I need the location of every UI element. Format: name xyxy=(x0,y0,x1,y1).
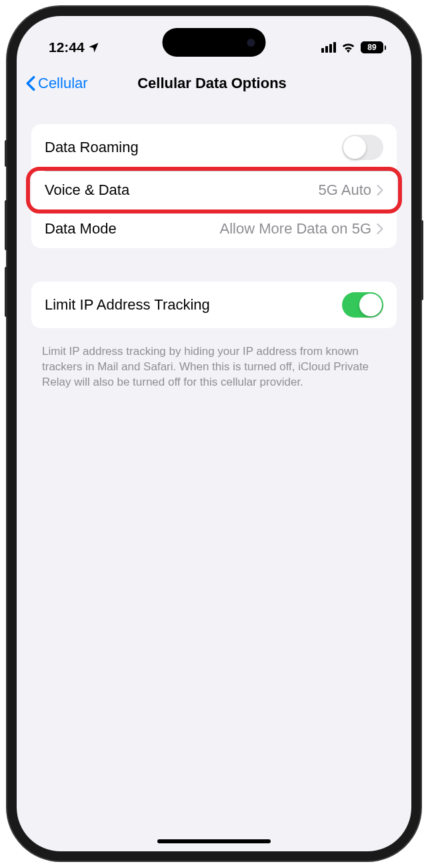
camera-dot xyxy=(247,39,255,47)
screen: 12:44 89 xyxy=(17,16,411,851)
silent-switch xyxy=(5,140,7,167)
settings-group-2: Limit IP Address Tracking xyxy=(31,282,397,328)
status-right: 89 xyxy=(321,41,386,53)
voice-data-value: 5G Auto xyxy=(318,181,371,199)
data-mode-label: Data Mode xyxy=(45,220,117,238)
volume-up-button xyxy=(5,200,7,250)
data-mode-row[interactable]: Data Mode Allow More Data on 5G xyxy=(31,209,397,248)
data-mode-value-container: Allow More Data on 5G xyxy=(220,220,383,238)
battery-level: 89 xyxy=(367,43,376,52)
limit-ip-tracking-row[interactable]: Limit IP Address Tracking xyxy=(31,282,397,328)
chevron-right-icon xyxy=(377,224,383,234)
battery-icon: 89 xyxy=(361,41,386,53)
chevron-right-icon xyxy=(377,185,383,195)
limit-ip-footer-text: Limit IP address tracking by hiding your… xyxy=(17,339,411,396)
back-label: Cellular xyxy=(38,75,88,92)
cellular-signal-icon xyxy=(321,42,336,53)
voice-data-row[interactable]: Voice & Data 5G Auto xyxy=(31,171,397,209)
power-button xyxy=(421,220,423,300)
phone-frame: 12:44 89 xyxy=(7,7,421,861)
wifi-icon xyxy=(341,42,355,53)
data-roaming-label: Data Roaming xyxy=(45,139,139,156)
limit-ip-toggle[interactable] xyxy=(342,292,383,318)
limit-ip-label: Limit IP Address Tracking xyxy=(45,296,210,314)
voice-data-label: Voice & Data xyxy=(45,181,129,199)
dynamic-island xyxy=(163,28,266,57)
back-button[interactable]: Cellular xyxy=(26,75,88,92)
status-time: 12:44 xyxy=(49,39,85,55)
voice-data-value-container: 5G Auto xyxy=(318,181,383,199)
location-icon xyxy=(87,41,99,53)
volume-down-button xyxy=(5,267,7,317)
nav-bar: Cellular Cellular Data Options xyxy=(17,63,411,104)
settings-group-1: Data Roaming Voice & Data 5G Auto Data M… xyxy=(31,124,397,248)
data-mode-value: Allow More Data on 5G xyxy=(220,220,371,238)
chevron-left-icon xyxy=(26,75,35,91)
home-indicator[interactable] xyxy=(157,839,271,843)
data-roaming-row[interactable]: Data Roaming xyxy=(31,124,397,171)
data-roaming-toggle[interactable] xyxy=(342,135,383,160)
status-left: 12:44 xyxy=(49,39,99,55)
